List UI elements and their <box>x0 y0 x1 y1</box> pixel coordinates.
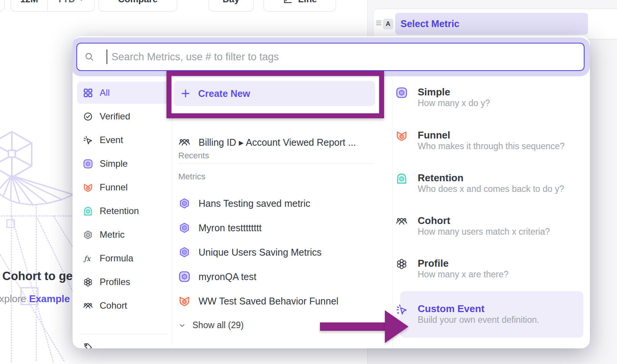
metric-list-item[interactable]: Hans Testing saved metric <box>178 197 386 210</box>
divider <box>392 79 393 348</box>
type-description: How many x are there? <box>418 269 509 279</box>
sidebar-item-label: Metric <box>100 229 124 240</box>
select-metric-button[interactable]: Select Metric <box>395 13 588 35</box>
sidebar-item-funnel[interactable]: Funnel <box>77 176 172 198</box>
verified-badge-icon <box>83 111 93 122</box>
screen: 12M YTD Compare Day Line A Select Metric <box>0 0 617 364</box>
range-12m-label: 12M <box>20 0 38 5</box>
cohort-people-icon <box>396 215 408 227</box>
recents-header: Recents <box>178 151 209 161</box>
annotation-box <box>166 71 384 118</box>
funnel-icon <box>396 130 408 142</box>
sidebar-item-label: Funnel <box>100 182 128 193</box>
type-description: How many x do y? <box>418 98 490 108</box>
profiles-cluster-icon <box>396 258 408 270</box>
type-simple[interactable]: Simple How many x do y? <box>396 86 586 108</box>
metric-list-item[interactable]: myronQA test <box>178 270 386 283</box>
type-retention[interactable]: Retention Who does x and comes back to d… <box>396 172 586 194</box>
sidebar-item-formula[interactable]: ƒx Formula <box>77 247 172 269</box>
metric-item-label: Hans Testing saved metric <box>199 198 310 209</box>
tag-icon <box>83 341 93 348</box>
toolbar-edge-button[interactable] <box>0 0 5 11</box>
divider <box>80 334 167 334</box>
chevron-down-icon <box>78 0 84 2</box>
metric-item-label: WW Test Saved Behavior Funnel <box>199 296 338 307</box>
drag-handle-icon[interactable] <box>376 21 381 25</box>
saved-metric-hexagon-icon <box>178 246 191 258</box>
metric-item-label: Myron testttttttt <box>199 222 262 234</box>
type-title: Profile <box>418 258 449 269</box>
show-all-label: Show all (29) <box>192 320 244 330</box>
type-title: Custom Event <box>418 303 485 314</box>
sidebar-item-label: Retention <box>100 206 139 216</box>
annotation-arrow-shaft <box>320 322 386 331</box>
retention-icon <box>396 172 408 185</box>
metric-list-item[interactable]: Myron testttttttt <box>178 221 386 234</box>
metric-hexagon-icon <box>83 230 93 240</box>
chevron-down-icon <box>178 322 186 329</box>
simple-metric-icon <box>83 159 93 169</box>
sidebar-item-label: Event <box>100 135 123 145</box>
type-title: Funnel <box>418 129 450 141</box>
divider <box>178 163 373 164</box>
event-cursor-icon <box>83 135 93 145</box>
cohort-people-icon <box>83 301 93 311</box>
type-title: Simple <box>418 86 450 98</box>
type-description: Who does x and comes back to do y? <box>418 184 564 194</box>
grid-icon <box>83 88 93 98</box>
sidebar-item-cohort[interactable]: Cohort <box>77 295 172 317</box>
metric-list-item[interactable]: WW Test Saved Behavior Funnel <box>178 295 386 308</box>
sidebar-item-label: Verified <box>100 111 130 122</box>
sidebar-item-all[interactable]: All <box>77 82 172 104</box>
funnel-icon <box>178 295 191 307</box>
simple-metric-icon <box>178 271 191 283</box>
type-description: Who makes it through this sequence? <box>418 141 565 151</box>
funnel-icon <box>83 182 93 193</box>
compare-label: Compare <box>118 0 158 5</box>
recent-item[interactable]: Billing ID ▸ Account Viewed Report ... <box>178 136 386 149</box>
day-label: Day <box>223 0 239 5</box>
metric-search-input[interactable]: Search Metrics, use # to filter to tags <box>76 43 585 71</box>
sidebar-item-label: All <box>100 87 110 98</box>
type-cohort[interactable]: Cohort How many users match x criteria? <box>396 214 586 237</box>
range-ytd-button[interactable]: YTD <box>48 0 94 11</box>
range-12m-button[interactable]: 12M <box>11 0 47 11</box>
retention-icon <box>83 206 93 216</box>
show-all-button[interactable]: Show all (29) <box>178 320 244 330</box>
sidebar-item-metric[interactable]: Metric <box>77 224 172 246</box>
type-custom-event[interactable]: Custom Event Build your own event defini… <box>396 303 586 325</box>
type-description: Build your own event definition. <box>418 315 539 325</box>
line-chart-icon <box>283 0 293 5</box>
select-metric-label: Select Metric <box>401 18 459 29</box>
sidebar-item-label: Formula <box>100 253 133 264</box>
line-label: Line <box>298 0 317 5</box>
formula-fx-icon: ƒx <box>83 253 93 264</box>
text-caret <box>107 50 107 64</box>
date-range-group[interactable]: 12M YTD <box>11 0 95 11</box>
sidebar-item-verified[interactable]: Verified <box>77 105 172 127</box>
wireframe-illustration <box>0 126 76 364</box>
cohort-people-icon <box>178 136 191 148</box>
sidebar-item-label: Cohort <box>100 300 127 311</box>
explore-prefix: xplore <box>0 293 26 304</box>
type-description: How many users match x criteria? <box>418 227 550 237</box>
sidebar-item-event[interactable]: Event <box>77 129 172 151</box>
onboarding-heading-fragment: Cohort to ge <box>2 269 73 283</box>
simple-metric-icon <box>396 87 408 99</box>
type-profile[interactable]: Profile How many x are there? <box>396 257 586 280</box>
sidebar-item-retention[interactable]: Retention <box>77 200 172 222</box>
line-chart-type-button[interactable]: Line <box>263 0 336 11</box>
sidebar-item-simple[interactable]: Simple <box>77 153 172 175</box>
metric-list-item[interactable]: Unique Users Saving Metrics <box>178 246 386 259</box>
type-title: Cohort <box>418 215 450 226</box>
profiles-cluster-icon <box>83 277 93 287</box>
sidebar-item-profiles[interactable]: Profiles <box>77 271 172 293</box>
type-funnel[interactable]: Funnel Who makes it through this sequenc… <box>396 129 586 151</box>
metric-item-label: Unique Users Saving Metrics <box>199 247 321 258</box>
range-ytd-label: YTD <box>57 0 75 5</box>
svg-text:ƒx: ƒx <box>83 254 91 262</box>
day-button[interactable]: Day <box>208 0 254 11</box>
explore-example-line: xplore Example R <box>0 293 80 305</box>
divider <box>172 79 172 348</box>
compare-button[interactable]: Compare <box>99 0 177 11</box>
